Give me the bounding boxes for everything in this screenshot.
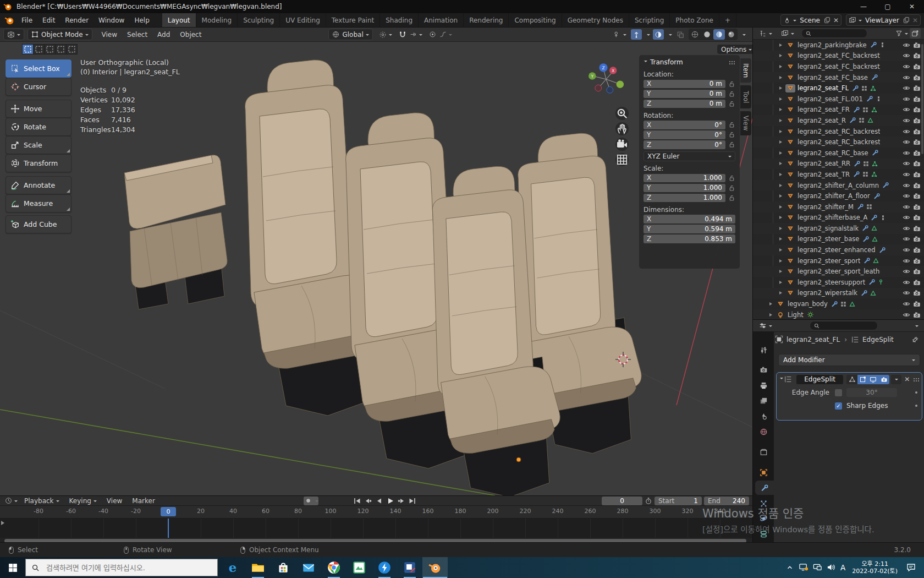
object-name[interactable]: Light — [788, 311, 804, 319]
maximize-button[interactable]: ▢ — [876, 0, 900, 13]
expand-icon[interactable] — [779, 227, 784, 230]
timeline-ruler[interactable]: -80-60-40-200204060801001201401601802002… — [0, 506, 752, 519]
expand-icon[interactable] — [779, 248, 784, 252]
hide-in-viewport-icon[interactable] — [903, 192, 910, 200]
view-layer-name[interactable]: ViewLayer — [862, 17, 903, 24]
disable-in-render-icon[interactable] — [913, 95, 921, 103]
outliner-row[interactable]: legran2_seat_FC_backrest_usir — [753, 61, 924, 72]
expand-icon[interactable] — [779, 259, 784, 263]
properties-tab-output[interactable] — [753, 378, 774, 392]
hide-in-viewport-icon[interactable] — [903, 128, 910, 135]
object-name[interactable]: legran2_seat_FC_backrest_fold — [798, 52, 880, 59]
view-layer-selector[interactable]: ViewLayer ✕ — [846, 14, 921, 26]
outliner-row[interactable]: legran2_steer_enhanced — [753, 244, 924, 255]
prev-keyframe-button[interactable] — [363, 497, 373, 505]
taskbar-search-input[interactable] — [45, 563, 201, 572]
lock-open-icon[interactable] — [728, 80, 735, 88]
tool-scale[interactable]: Scale — [6, 136, 72, 154]
lock-open-icon[interactable] — [728, 184, 735, 192]
hide-in-viewport-icon[interactable] — [903, 257, 910, 265]
hide-in-viewport-icon[interactable] — [903, 52, 910, 59]
properties-tab-scene[interactable] — [753, 409, 774, 423]
workspace-tab-photo-zone[interactable]: Photo Zone — [670, 13, 719, 27]
tool-transform[interactable]: Transform — [6, 154, 72, 172]
transform-field-x[interactable]: X0° — [644, 121, 725, 129]
modifier-extras-dropdown[interactable] — [891, 375, 901, 384]
editor-type-button[interactable] — [3, 29, 24, 40]
remove-view-layer-icon[interactable]: ✕ — [912, 17, 918, 24]
workspace-tab-animation[interactable]: Animation — [419, 13, 464, 27]
object-name[interactable]: legran2_shifter_M — [798, 203, 854, 211]
lock-open-icon[interactable] — [728, 131, 735, 138]
object-name[interactable]: legran2_seat_FL.001 — [798, 95, 863, 103]
object-name[interactable]: legran2_steer_enhanced — [798, 246, 876, 254]
viewport-menu-add[interactable]: Add — [152, 28, 175, 41]
jump-start-button[interactable] — [352, 497, 362, 505]
hide-in-viewport-icon[interactable] — [903, 225, 910, 232]
tray-expand-icon[interactable] — [786, 564, 794, 571]
properties-tab-modifiers[interactable] — [755, 481, 774, 495]
expand-icon[interactable] — [779, 119, 784, 122]
workspace-tab-rendering[interactable]: Rendering — [464, 13, 509, 27]
expand-icon[interactable] — [779, 237, 784, 241]
outliner-row[interactable]: legran2_wiperstalk — [753, 288, 924, 299]
frame-start-field[interactable]: Start1 — [654, 497, 702, 505]
expand-icon[interactable] — [779, 205, 784, 209]
outliner-row[interactable]: Light — [753, 309, 924, 320]
properties-search-input[interactable] — [820, 322, 872, 330]
disable-in-render-icon[interactable] — [913, 279, 921, 286]
snap-toggle[interactable] — [397, 29, 408, 40]
menu-file[interactable]: File — [16, 13, 37, 27]
hide-in-viewport-icon[interactable] — [903, 311, 910, 319]
properties-tab-constraints[interactable] — [753, 527, 774, 541]
taskbar-search[interactable] — [25, 559, 218, 576]
mode-dropdown[interactable]: Object Mode — [28, 29, 92, 40]
channel-expand-icon[interactable] — [1, 521, 7, 525]
expand-icon[interactable] — [779, 54, 784, 57]
taskbar-clock[interactable]: 오후 2:11 2022-07-02(토) — [852, 560, 898, 575]
side-tab-view[interactable]: View — [740, 111, 751, 135]
expand-icon[interactable] — [779, 65, 784, 68]
sharp-edges-checkbox[interactable]: ✓ — [835, 402, 842, 410]
lock-open-icon[interactable] — [728, 175, 735, 182]
scene-name[interactable]: Scene — [796, 17, 823, 24]
disable-in-render-icon[interactable] — [913, 246, 921, 254]
outliner-row[interactable]: legran2_seat_RC_base — [753, 148, 924, 159]
object-name[interactable]: legran2_seat_FL — [798, 84, 849, 92]
disable-in-render-icon[interactable] — [913, 300, 921, 308]
mode-label[interactable]: Object Mode — [41, 31, 83, 39]
disable-in-render-icon[interactable] — [913, 192, 921, 200]
object-name[interactable]: legran2_seat_RC_base — [798, 149, 868, 157]
transform-field-x[interactable]: X0.494 m — [644, 215, 735, 223]
network-status-icon[interactable] — [799, 564, 809, 572]
transform-field-z[interactable]: Z0.853 m — [644, 235, 735, 243]
expand-icon[interactable] — [769, 313, 774, 317]
outliner-row[interactable]: legran2_seat_R — [753, 115, 924, 126]
rotation-mode-dropdown[interactable]: XYZ Euler — [644, 151, 735, 161]
outliner-search-input[interactable] — [812, 30, 864, 37]
outliner-row[interactable]: legran2_steer_sport — [753, 255, 924, 266]
hide-in-viewport-icon[interactable] — [903, 289, 910, 297]
hide-in-viewport-icon[interactable] — [903, 279, 910, 286]
outliner-row[interactable]: legran2_steer_sport_leather — [753, 266, 924, 277]
hide-in-viewport-icon[interactable] — [903, 84, 910, 92]
object-name[interactable]: legran2_steer_sport — [798, 257, 860, 265]
disable-in-render-icon[interactable] — [913, 74, 921, 81]
auto-keying-button[interactable] — [304, 497, 318, 505]
outliner-row[interactable]: legran2_shifterbase_A — [753, 212, 924, 223]
outliner-editor-type-button[interactable] — [757, 28, 774, 39]
workspace-tab-geometry-nodes[interactable]: Geometry Nodes — [562, 13, 629, 27]
properties-tab-particles[interactable] — [753, 496, 774, 510]
outliner-row[interactable]: legran2_steer_base — [753, 234, 924, 245]
current-frame-field[interactable]: 0 — [602, 497, 642, 505]
transform-field-z[interactable]: Z1.000 — [644, 194, 725, 203]
object-name[interactable]: legran2_shifter_A_floor — [798, 192, 870, 200]
object-name[interactable]: legran2_steer_sport_leather — [798, 268, 880, 275]
taskbar-app-store[interactable] — [271, 557, 296, 578]
object-visibility-dropdown[interactable] — [612, 29, 628, 40]
add-modifier-button[interactable]: Add Modifier — [778, 354, 920, 366]
perspective-toggle-button[interactable] — [615, 153, 629, 166]
next-keyframe-button[interactable] — [396, 497, 406, 505]
disable-in-render-icon[interactable] — [913, 84, 921, 92]
transform-field-y[interactable]: Y0 m — [644, 90, 725, 99]
